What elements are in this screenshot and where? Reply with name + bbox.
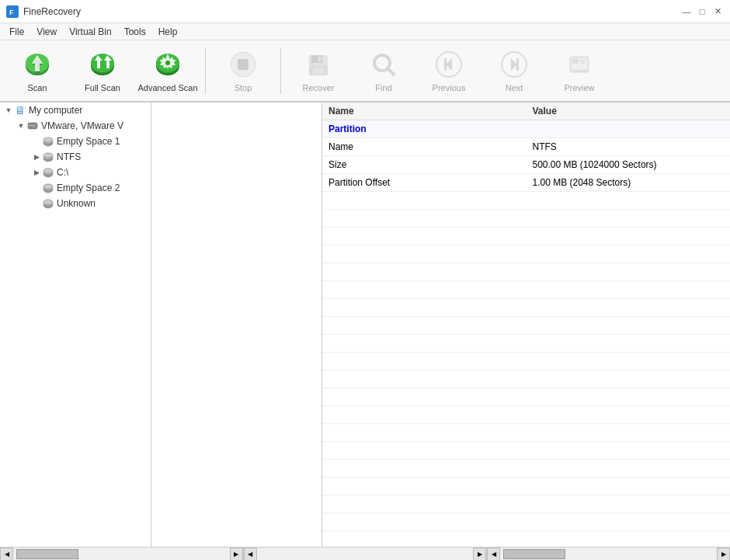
empty-row-6 xyxy=(322,281,730,299)
file-scroll-track[interactable] xyxy=(257,548,474,560)
tree-item-ntfs[interactable]: ▶ NTFS xyxy=(0,149,151,165)
prop-offset-value: 1.00 MB (2048 Sectors) xyxy=(527,174,731,192)
partition-icon-empty1 xyxy=(42,135,54,148)
tree-item-empty-space-1[interactable]: ▶ Empty Space 1 xyxy=(0,134,151,149)
next-icon xyxy=(499,49,530,80)
next-button[interactable]: Next xyxy=(483,43,545,98)
hdd-icon-vmware xyxy=(26,120,39,132)
scan-icon xyxy=(22,49,53,80)
svg-line-25 xyxy=(388,68,394,75)
partition-icon-c xyxy=(42,166,54,179)
prop-size-value: 500.00 MB (1024000 Sectors) xyxy=(527,156,731,174)
svg-rect-40 xyxy=(29,125,33,126)
prop-offset-label: Partition Offset xyxy=(322,174,527,192)
empty-row-9 xyxy=(322,335,730,353)
tree-panel[interactable]: ▼ 🖥 My computer ▼ VMware, VMware V ▶ xyxy=(0,103,151,547)
props-scroll-right[interactable]: ▶ xyxy=(717,548,730,561)
tree-item-c-drive[interactable]: ▶ C:\ xyxy=(0,165,151,180)
stop-label: Stop xyxy=(235,83,252,92)
section-partition-row: Partition xyxy=(322,120,730,138)
props-scroll-left[interactable]: ◀ xyxy=(487,548,500,561)
tree-scroll-thumb[interactable] xyxy=(16,549,78,559)
tree-expander-my-computer[interactable]: ▼ xyxy=(3,105,14,116)
title-left: F FineRecovery xyxy=(6,5,81,18)
empty-row-10 xyxy=(322,353,730,370)
property-row-name: Name NTFS xyxy=(322,138,730,156)
tree-scroll-left[interactable]: ◀ xyxy=(0,548,13,561)
properties-table: Name Value Partition Name NTFS Size 500.… xyxy=(322,103,730,547)
menu-help[interactable]: Help xyxy=(152,25,184,39)
menu-virtual-bin[interactable]: Virtual Bin xyxy=(63,25,117,39)
empty-row-11 xyxy=(322,370,730,388)
menu-file[interactable]: File xyxy=(3,25,30,39)
svg-rect-31 xyxy=(516,58,519,71)
svg-point-39 xyxy=(33,124,36,127)
empty-row-3 xyxy=(322,228,730,245)
tree-label-empty-space-2: Empty Space 2 xyxy=(57,183,120,193)
preview-button[interactable]: Preview xyxy=(548,43,610,98)
recover-label: Recover xyxy=(303,83,335,92)
advanced-scan-button[interactable]: Advanced Scan xyxy=(137,43,199,98)
next-label: Next xyxy=(506,83,523,92)
tree-item-empty-space-2[interactable]: ▶ Empty Space 2 xyxy=(0,180,151,196)
props-scroll-thumb[interactable] xyxy=(503,549,565,559)
col-name-header: Name xyxy=(322,103,527,120)
find-button[interactable]: Find xyxy=(353,43,415,98)
tree-label-vmware: VMware, VMware V xyxy=(41,120,123,131)
tree-item-vmware[interactable]: ▼ VMware, VMware V xyxy=(0,118,151,134)
tree-scroll-right[interactable]: ▶ xyxy=(230,548,243,561)
scan-button[interactable]: Scan xyxy=(6,43,68,98)
props-scroll-area: ◀ ▶ xyxy=(487,548,730,560)
property-row-size: Size 500.00 MB (1024000 Sectors) xyxy=(322,156,730,174)
previous-label: Previous xyxy=(433,83,466,92)
full-scan-button[interactable]: Full Scan xyxy=(71,43,134,98)
props-panel: Name Value Partition Name NTFS Size 500.… xyxy=(322,103,730,547)
prop-name-label: Name xyxy=(322,138,527,156)
menu-view[interactable]: View xyxy=(30,25,63,39)
empty-row-8 xyxy=(322,317,730,335)
computer-icon: 🖥 xyxy=(14,104,26,117)
tree-expander-c[interactable]: ▶ xyxy=(31,167,42,178)
empty-row-16 xyxy=(322,460,730,478)
file-panel xyxy=(151,103,322,547)
empty-row-2 xyxy=(322,210,730,228)
previous-button[interactable]: Previous xyxy=(418,43,480,98)
file-scroll-left[interactable]: ◀ xyxy=(244,548,257,561)
empty-row-14 xyxy=(322,424,730,442)
title-bar: F FineRecovery — □ ✕ xyxy=(0,0,730,23)
props-scroll-track[interactable] xyxy=(500,548,717,560)
tree-item-my-computer[interactable]: ▼ 🖥 My computer xyxy=(0,103,151,118)
tree-item-unknown[interactable]: ▶ Unknown xyxy=(0,196,151,211)
main-content: ▼ 🖥 My computer ▼ VMware, VMware V ▶ xyxy=(0,103,730,547)
file-scroll-area: ◀ ▶ xyxy=(244,548,488,560)
stop-button[interactable]: Stop xyxy=(212,43,274,98)
tree-expander-ntfs[interactable]: ▶ xyxy=(31,151,42,162)
svg-point-46 xyxy=(43,153,53,158)
empty-row-13 xyxy=(322,406,730,424)
svg-point-16 xyxy=(165,61,170,65)
preview-label: Preview xyxy=(564,83,594,92)
title-controls: — □ ✕ xyxy=(680,5,724,18)
empty-row-5 xyxy=(322,263,730,281)
advanced-scan-label: Advanced Scan xyxy=(137,83,197,92)
app-icon: F xyxy=(6,5,19,18)
svg-rect-22 xyxy=(313,68,324,74)
scan-label: Scan xyxy=(27,83,47,92)
close-button[interactable]: ✕ xyxy=(711,5,724,18)
minimize-button[interactable]: — xyxy=(680,5,693,18)
svg-point-9 xyxy=(91,54,114,72)
toolbar-separator-1 xyxy=(205,47,206,94)
tree-expander-vmware[interactable]: ▼ xyxy=(16,120,26,131)
toolbar: Scan Full Scan A xyxy=(0,40,730,103)
menu-tools[interactable]: Tools xyxy=(118,25,152,39)
maximize-button[interactable]: □ xyxy=(696,5,708,18)
toolbar-separator-2 xyxy=(280,47,281,94)
file-scroll-right[interactable]: ▶ xyxy=(473,548,486,561)
tree-scroll-track[interactable] xyxy=(13,548,230,560)
recover-button[interactable]: Recover xyxy=(287,43,349,98)
find-label: Find xyxy=(375,83,391,92)
col-value-header: Value xyxy=(527,103,731,120)
empty-row-15 xyxy=(322,442,730,460)
find-icon xyxy=(368,49,399,80)
prop-size-label: Size xyxy=(322,156,527,174)
